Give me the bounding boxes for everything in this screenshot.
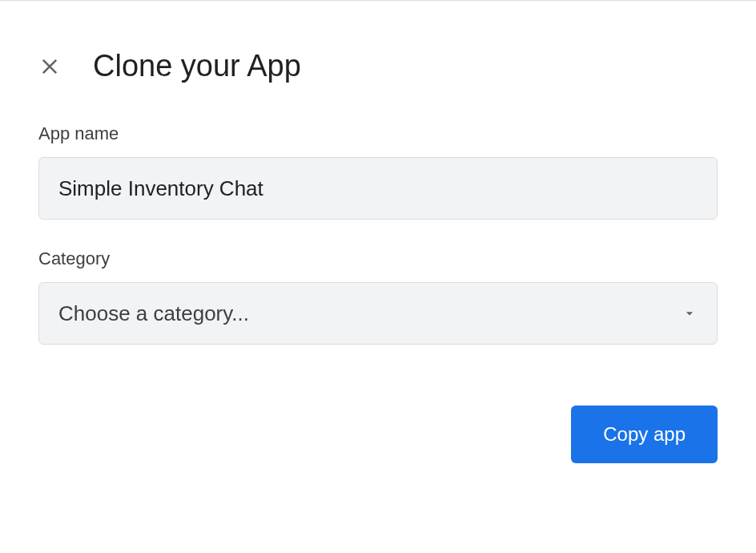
dialog-title: Clone your App <box>93 49 301 83</box>
copy-app-button[interactable]: Copy app <box>571 406 718 463</box>
app-name-label: App name <box>38 123 718 144</box>
app-name-input[interactable] <box>38 157 718 220</box>
category-label: Category <box>38 248 718 269</box>
close-icon[interactable] <box>38 55 61 78</box>
category-field-group: Category Choose a category... <box>38 248 718 345</box>
category-select[interactable]: Choose a category... <box>38 282 718 345</box>
category-select-value: Choose a category... <box>58 301 249 326</box>
dialog-header: Clone your App <box>0 1 756 83</box>
app-name-field-group: App name <box>38 123 718 220</box>
chevron-down-icon <box>682 305 698 321</box>
dialog-actions: Copy app <box>0 373 756 463</box>
category-select-wrapper: Choose a category... <box>38 282 718 345</box>
dialog-form: App name Category Choose a category... <box>0 83 756 345</box>
clone-app-dialog: Clone your App App name Category Choose … <box>0 1 756 463</box>
